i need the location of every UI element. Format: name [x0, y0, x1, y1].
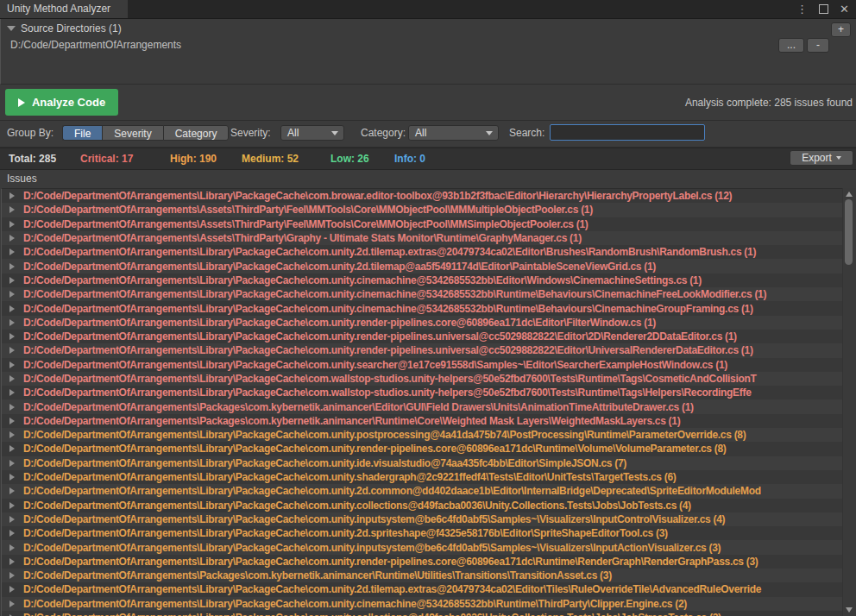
foldout-arrow-icon[interactable] — [9, 375, 15, 382]
issue-file-row[interactable]: D:/Code/DepartmentOfArrangements\Package… — [2, 414, 856, 428]
issue-file-row[interactable]: D:/Code/DepartmentOfArrangements\Library… — [2, 597, 856, 611]
vertical-scrollbar[interactable] — [842, 188, 856, 616]
issue-file-row[interactable]: D:/Code/DepartmentOfArrangements\Library… — [2, 358, 856, 372]
issue-file-path: D:/Code/DepartmentOfArrangements\Library… — [23, 542, 721, 554]
foldout-arrow-icon[interactable] — [9, 305, 15, 312]
source-directories-foldout[interactable]: Source Directories (1) — [7, 22, 122, 35]
remove-directory-button[interactable]: - — [807, 38, 829, 53]
issue-file-row[interactable]: D:/Code/DepartmentOfArrangements\Library… — [2, 301, 856, 315]
foldout-arrow-icon[interactable] — [9, 600, 15, 607]
foldout-arrow-icon[interactable] — [9, 572, 15, 579]
issue-file-row[interactable]: D:/Code/DepartmentOfArrangements\Library… — [2, 273, 856, 287]
stats-bar: Total: 285Critical: 17High: 190Medium: 5… — [0, 148, 856, 170]
foldout-arrow-icon[interactable] — [9, 277, 15, 284]
foldout-arrow-icon[interactable] — [9, 235, 15, 242]
foldout-arrow-icon[interactable] — [9, 404, 15, 411]
foldout-arrow-icon[interactable] — [9, 347, 15, 354]
foldout-arrow-icon[interactable] — [9, 431, 15, 438]
stat-medium: Medium: 52 — [242, 148, 299, 169]
foldout-arrow-icon[interactable] — [9, 502, 15, 509]
dropdown-arrow-icon — [836, 156, 841, 160]
browse-directory-button[interactable]: ... — [778, 38, 804, 53]
foldout-arrow-icon[interactable] — [9, 544, 15, 551]
group-by-file-button[interactable]: File — [62, 125, 102, 141]
severity-filter-label: Severity: — [230, 127, 271, 139]
foldout-arrow-icon[interactable] — [9, 221, 15, 228]
issue-file-row[interactable]: D:/Code/DepartmentOfArrangements\Assets\… — [2, 217, 856, 231]
foldout-arrow-icon[interactable] — [9, 206, 15, 213]
issue-file-row[interactable]: D:/Code/DepartmentOfArrangements\Library… — [2, 316, 856, 330]
maximize-icon[interactable] — [819, 4, 828, 14]
issue-file-path: D:/Code/DepartmentOfArrangements\Library… — [23, 303, 753, 315]
add-directory-button[interactable]: + — [831, 22, 851, 37]
group-by-category-button[interactable]: Category — [163, 125, 230, 141]
stat-critical: Critical: 17 — [80, 148, 133, 169]
issue-file-row[interactable]: D:/Code/DepartmentOfArrangements\Library… — [2, 456, 856, 470]
issue-file-row[interactable]: D:/Code/DepartmentOfArrangements\Library… — [2, 259, 856, 273]
issue-file-row[interactable]: D:/Code/DepartmentOfArrangements\Library… — [2, 330, 856, 343]
scroll-down-icon[interactable] — [846, 607, 853, 613]
foldout-arrow-icon[interactable] — [9, 558, 15, 565]
issue-file-row[interactable]: D:/Code/DepartmentOfArrangements\Library… — [2, 189, 856, 203]
issue-file-path: D:/Code/DepartmentOfArrangements\Library… — [23, 387, 752, 399]
foldout-arrow-icon[interactable] — [9, 263, 15, 270]
foldout-arrow-icon[interactable] — [9, 192, 15, 199]
scrollbar-thumb[interactable] — [845, 199, 853, 265]
foldout-arrow-icon[interactable] — [9, 291, 15, 298]
window-menu-icon[interactable]: ⋮ — [796, 0, 808, 18]
issue-file-row[interactable]: D:/Code/DepartmentOfArrangements\Library… — [2, 611, 856, 616]
foldout-arrow-icon[interactable] — [9, 333, 15, 340]
issue-file-row[interactable]: D:/Code/DepartmentOfArrangements\Assets\… — [2, 203, 856, 217]
issue-file-path: D:/Code/DepartmentOfArrangements\Library… — [23, 359, 727, 371]
analyze-code-button[interactable]: Analyze Code — [5, 89, 118, 116]
source-directory-path[interactable]: D:/Code/DepartmentOfArrangements — [10, 39, 181, 51]
issue-file-row[interactable]: D:/Code/DepartmentOfArrangements\Library… — [2, 526, 856, 540]
severity-dropdown[interactable]: All — [280, 125, 344, 141]
export-button[interactable]: Export — [790, 150, 853, 166]
issue-file-path: D:/Code/DepartmentOfArrangements\Library… — [23, 261, 656, 273]
foldout-arrow-icon[interactable] — [9, 516, 15, 523]
issue-file-row[interactable]: D:/Code/DepartmentOfArrangements\Library… — [2, 428, 856, 442]
issue-file-row[interactable]: D:/Code/DepartmentOfArrangements\Library… — [2, 287, 856, 301]
foldout-arrow-icon[interactable] — [9, 418, 15, 424]
issue-file-row[interactable]: D:/Code/DepartmentOfArrangements\Library… — [2, 442, 856, 456]
category-dropdown[interactable]: All — [408, 125, 499, 141]
issue-file-row[interactable]: D:/Code/DepartmentOfArrangements\Library… — [2, 372, 856, 386]
issue-file-row[interactable]: D:/Code/DepartmentOfArrangements\Library… — [2, 484, 856, 498]
issue-file-path: D:/Code/DepartmentOfArrangements\Library… — [23, 190, 732, 202]
issue-file-row[interactable]: D:/Code/DepartmentOfArrangements\Library… — [2, 512, 856, 526]
foldout-arrow-icon[interactable] — [9, 474, 15, 481]
group-by-label: Group By: — [7, 127, 54, 139]
window-tab[interactable]: Unity Method Analyzer — [0, 0, 128, 18]
foldout-arrow-icon[interactable] — [9, 361, 15, 368]
filter-toolbar: Group By: FileSeverityCategory Severity:… — [0, 121, 856, 148]
issue-file-row[interactable]: D:/Code/DepartmentOfArrangements\Library… — [2, 555, 856, 569]
foldout-arrow-icon[interactable] — [9, 389, 15, 396]
issue-file-path: D:/Code/DepartmentOfArrangements\Package… — [23, 415, 680, 427]
search-label: Search: — [509, 127, 544, 139]
issue-file-row[interactable]: D:/Code/DepartmentOfArrangements\Package… — [2, 569, 856, 582]
issue-file-row[interactable]: D:/Code/DepartmentOfArrangements\Library… — [2, 582, 856, 596]
stat-total: Total: 285 — [9, 148, 56, 169]
issue-file-row[interactable]: D:/Code/DepartmentOfArrangements\Library… — [2, 540, 856, 554]
issue-file-path: D:/Code/DepartmentOfArrangements\Library… — [23, 598, 687, 610]
foldout-arrow-icon[interactable] — [9, 460, 15, 467]
group-by-severity-button[interactable]: Severity — [102, 125, 162, 141]
issue-file-row[interactable]: D:/Code/DepartmentOfArrangements\Package… — [2, 399, 856, 413]
scroll-up-icon[interactable] — [846, 192, 853, 197]
issue-file-row[interactable]: D:/Code/DepartmentOfArrangements\Library… — [2, 499, 856, 512]
foldout-arrow-icon[interactable] — [9, 530, 15, 537]
issue-file-row[interactable]: D:/Code/DepartmentOfArrangements\Library… — [2, 245, 856, 259]
foldout-arrow-icon[interactable] — [9, 248, 15, 255]
foldout-arrow-icon[interactable] — [9, 445, 15, 452]
issue-file-row[interactable]: D:/Code/DepartmentOfArrangements\Assets\… — [2, 231, 856, 245]
search-input[interactable] — [550, 124, 705, 141]
foldout-arrow-icon[interactable] — [9, 586, 15, 593]
stat-low: Low: 26 — [330, 148, 369, 169]
issue-file-row[interactable]: D:/Code/DepartmentOfArrangements\Library… — [2, 386, 856, 399]
issue-file-row[interactable]: D:/Code/DepartmentOfArrangements\Library… — [2, 343, 856, 357]
close-icon[interactable]: ✕ — [840, 0, 849, 18]
foldout-arrow-icon[interactable] — [9, 319, 15, 326]
issue-file-row[interactable]: D:/Code/DepartmentOfArrangements\Library… — [2, 470, 856, 484]
foldout-arrow-icon[interactable] — [9, 487, 15, 494]
